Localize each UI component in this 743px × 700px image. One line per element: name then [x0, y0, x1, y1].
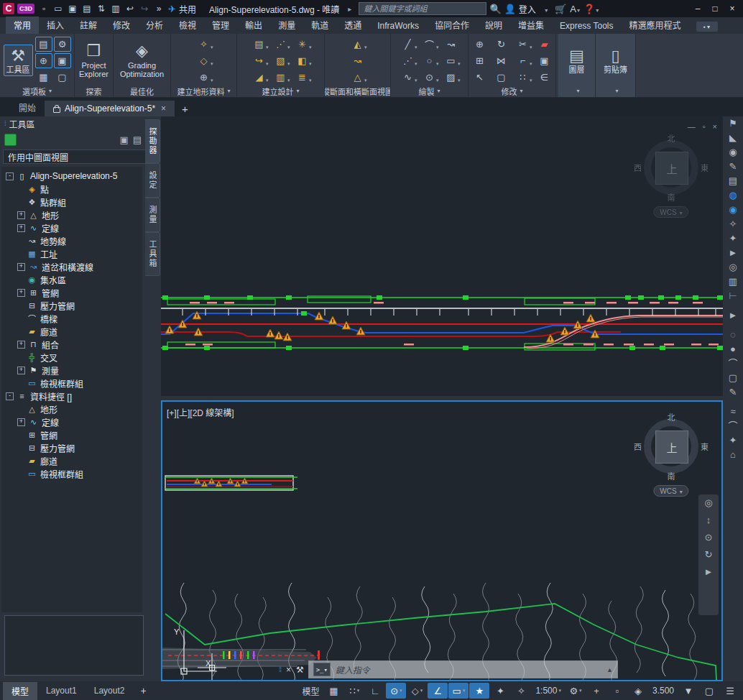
tree-item[interactable]: 點: [1, 183, 142, 195]
tree-expander[interactable]: +: [17, 263, 25, 271]
share-button[interactable]: ✈共用: [168, 3, 196, 15]
tree-expander[interactable]: [17, 471, 24, 477]
ribbon-tab[interactable]: 修改: [105, 17, 138, 34]
tree-item[interactable]: 點群組: [1, 195, 142, 208]
ribbon-tab[interactable]: 輸出: [237, 17, 270, 34]
cursor-sparkle-icon[interactable]: ►: [729, 248, 738, 257]
command-close-icon[interactable]: ×: [286, 665, 291, 675]
toolbox-icon[interactable]: ▣: [54, 53, 71, 68]
command-customize-wrench-icon[interactable]: ⚒: [296, 665, 304, 675]
mirror-tool-icon[interactable]: ⋈: [493, 53, 510, 68]
profile-view-icon[interactable]: ◭: [349, 37, 366, 52]
toolspace-side-tab[interactable]: 工具箱: [145, 232, 160, 276]
xline-tool-icon[interactable]: ⋰: [400, 53, 417, 68]
panel-label-layers[interactable]: [558, 85, 595, 97]
tree-expander[interactable]: [17, 251, 24, 257]
assembly-icon[interactable]: ◧: [294, 53, 311, 68]
viewport-minimize-icon[interactable]: —: [688, 122, 696, 131]
viewport-bottom-active[interactable]: [+][上][2D 線架構]: [161, 400, 723, 681]
object-snap-icon[interactable]: ∠: [428, 683, 448, 699]
selection-window-icon[interactable]: ▢: [729, 373, 737, 382]
start-tab[interactable]: 開始: [10, 98, 45, 116]
tree-expander[interactable]: +: [17, 289, 25, 297]
new-drawing-tab-button[interactable]: +: [175, 101, 195, 116]
annotation-scale-button[interactable]: 1:500: [532, 683, 565, 699]
basemap-icon[interactable]: ◉: [729, 205, 737, 214]
tree-item[interactable]: 交叉: [1, 351, 142, 364]
ribbon-tab[interactable]: InfraWorks: [369, 19, 427, 34]
document-tab[interactable]: Align-Superelevation-5* ×: [45, 101, 175, 116]
circle-tool-icon[interactable]: ○: [421, 53, 438, 68]
model-space-button[interactable]: 模型: [298, 683, 323, 699]
tree-item[interactable]: 橋樑: [1, 312, 142, 325]
ortho-mode-icon[interactable]: ∟: [365, 683, 385, 699]
viewport-top[interactable]: — ▫ × 北: [161, 116, 723, 396]
tree-item[interactable]: 地形: [1, 402, 142, 415]
survey-tools-icon[interactable]: ⊕: [195, 70, 213, 85]
eye-icon[interactable]: ◉: [729, 147, 737, 157]
trim-tool-icon[interactable]: ✂: [514, 37, 532, 52]
annotation-user-icon[interactable]: ✧: [511, 683, 531, 699]
app-logo[interactable]: C: [3, 3, 14, 14]
command-input[interactable]: 鍵入指令: [336, 663, 601, 676]
polyline-edit-icon[interactable]: ∿: [400, 70, 417, 85]
account-dropdown-icon[interactable]: [540, 4, 552, 14]
view-selector-dropdown[interactable]: 作用中圖面視圖▾: [3, 149, 158, 164]
toolspace-titlebar[interactable]: ⁞工具區: [0, 116, 161, 131]
help-icon[interactable]: ❓: [583, 4, 599, 14]
section-view-icon[interactable]: △: [349, 70, 366, 85]
search-icon[interactable]: 🔍: [489, 4, 501, 14]
fillet-tool-icon[interactable]: ⌐: [514, 53, 532, 68]
tree-expander[interactable]: [17, 445, 24, 451]
graphics-performance-icon[interactable]: ◈: [628, 683, 648, 699]
panel-label-draw[interactable]: 繪製: [391, 85, 468, 97]
annotation-visibility-icon[interactable]: ★: [469, 683, 489, 699]
viewport-label[interactable]: [+][上][2D 線架構]: [167, 406, 234, 418]
offset-tool-icon[interactable]: ∈: [536, 70, 553, 85]
feature-line-icon[interactable]: ↪: [251, 53, 268, 68]
tree-item[interactable]: + 組合: [1, 338, 142, 351]
report-icon[interactable]: ▤: [133, 134, 142, 145]
tree-item[interactable]: 地勢線: [1, 234, 142, 247]
annotation-autoscale-icon[interactable]: ✦: [490, 683, 510, 699]
geolocation-icon[interactable]: ◍: [729, 190, 737, 200]
more-tools-icon[interactable]: »: [152, 2, 165, 15]
tree-expander[interactable]: +: [17, 341, 25, 349]
sample-lines-icon[interactable]: ↝: [349, 53, 366, 68]
tree-item[interactable]: + 測量: [1, 364, 142, 377]
tree-expander[interactable]: -: [6, 172, 14, 180]
tree-expander[interactable]: [17, 354, 24, 361]
viewcube[interactable]: 北 南 西 東 上 WCS: [637, 133, 706, 202]
command-prompt-icon[interactable]: >_▾: [313, 663, 331, 676]
ribbon-tab[interactable]: Express Tools: [552, 19, 621, 34]
ribbon-tab[interactable]: 管理: [204, 17, 237, 34]
ribbon-tab[interactable]: 軌道: [303, 17, 336, 34]
ribbon-tab[interactable]: 分析: [138, 17, 171, 34]
polyline-edit-icon[interactable]: ✎: [729, 387, 737, 397]
pan-hand-icon[interactable]: ↕: [706, 515, 711, 525]
toolspace-side-tab[interactable]: 探勘器: [145, 119, 160, 163]
tree-expander[interactable]: +: [17, 211, 25, 219]
home-grid-icon[interactable]: ⌂: [730, 450, 736, 459]
steering-wheel-icon[interactable]: ◎: [704, 497, 712, 508]
object-filter-icon[interactable]: ▼: [678, 683, 698, 699]
tree-item[interactable]: 檢視框群組: [1, 467, 142, 480]
close-tab-icon[interactable]: ×: [161, 103, 166, 114]
panel-label-modify[interactable]: 修改: [469, 85, 555, 97]
minimize-button[interactable]: –: [690, 2, 706, 15]
search-input[interactable]: [362, 4, 483, 14]
ribbon-tab[interactable]: 說明: [477, 17, 510, 34]
orbit-icon[interactable]: ↻: [705, 549, 713, 560]
grid-display-icon[interactable]: ▦: [323, 683, 343, 699]
parcel-icon[interactable]: ▤: [251, 37, 268, 52]
ellipse-tool-icon[interactable]: ⊙: [421, 70, 438, 85]
undo-icon[interactable]: ↩: [124, 2, 137, 15]
tree-item[interactable]: 廊道: [1, 454, 142, 467]
pipe-network-icon[interactable]: ≣: [294, 70, 311, 85]
tree-item[interactable]: + 定線: [1, 221, 142, 234]
hatch-tool-icon[interactable]: ▨: [443, 70, 460, 85]
lasso-icon[interactable]: ⌒: [728, 359, 737, 368]
tree-expander[interactable]: [17, 406, 24, 413]
rectangle-tool-icon[interactable]: ▭: [443, 53, 460, 68]
tree-item[interactable]: + 定線: [1, 415, 142, 428]
